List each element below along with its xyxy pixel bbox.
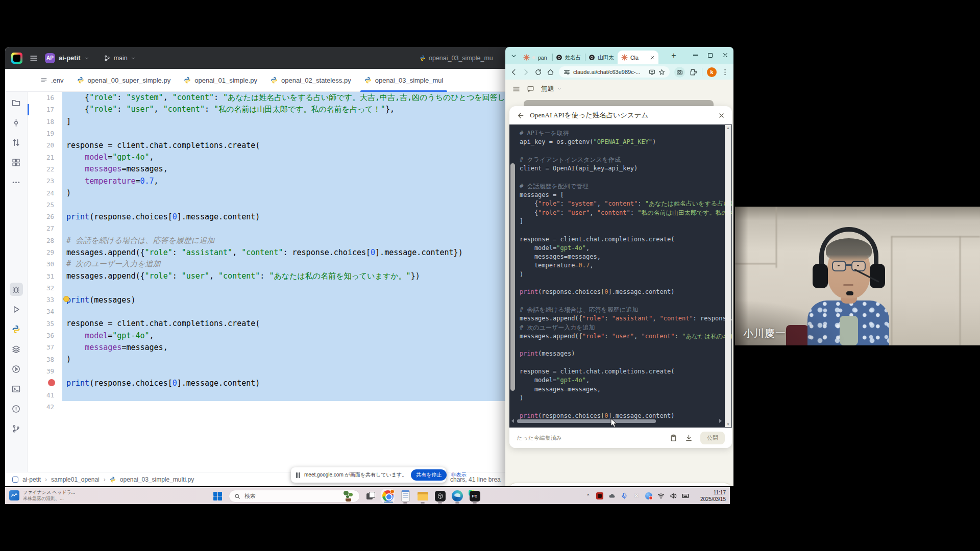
activity-debug-icon[interactable] [10,283,23,296]
artifact-code-block[interactable]: # APIキーを取得api_key = os.getenv("OPENAI_AP… [509,124,732,428]
editor-tab-openai_01_simple.py[interactable]: openai_01_simple.py [177,69,264,91]
browser-tab-山田太[interactable]: 山田太 [585,51,618,64]
conversation-title[interactable]: 無題 [541,84,562,93]
close-tab-icon[interactable] [650,55,655,60]
breadcrumb-item[interactable]: openai_03_simple_multi.py [120,476,194,483]
maximize-button[interactable] [708,53,713,58]
project-selector[interactable]: AP ai-petit [45,53,89,63]
editor-tab-.env[interactable]: .env [34,69,70,91]
python-file-icon [110,477,116,483]
vertical-scrollbar[interactable]: ▲▼ [725,125,731,427]
activity-python-packages-icon[interactable] [10,322,23,336]
address-bar[interactable]: claude.ai/chat/c63e989c-... [559,66,670,78]
copy-icon[interactable] [670,434,677,442]
breadcrumb: ai-petit›sample01_openai›openai_03_simpl… [12,476,194,483]
home-button[interactable] [547,68,554,76]
branch-selector[interactable]: main [104,55,136,62]
publish-button[interactable]: 公開 [700,432,725,444]
git-branch-icon [104,55,111,62]
window-controls [693,48,728,62]
tray-meet-rec-icon[interactable] [596,492,603,500]
tray-sphere-icon[interactable] [645,492,652,500]
breadcrumb-item[interactable]: ai-petit [22,476,41,483]
back-button[interactable] [510,68,518,76]
vertical-scrollbar-thumb[interactable] [510,163,515,391]
tray-wifi-icon[interactable] [657,492,665,500]
activity-problems-icon[interactable] [10,402,23,415]
activity-more-icon[interactable] [10,176,23,189]
browser-tab-pan[interactable]: pan [520,51,552,64]
breakpoint-dot[interactable] [48,379,55,386]
taskbar-pycharm-icon[interactable]: PC [468,489,482,503]
scroll-right-arrow[interactable] [719,419,722,423]
download-icon[interactable] [685,434,693,442]
activity-services-icon[interactable] [10,342,23,356]
taskbar-explorer-icon[interactable] [415,489,430,503]
activity-project-icon[interactable] [10,96,23,109]
main-menu-icon[interactable] [30,54,38,62]
browser-tab-姓名占[interactable]: 姓名占 [552,51,585,64]
new-tab-button[interactable]: + [669,51,679,61]
artifact-panel: OpenAI APIを使った姓名占いシステム # APIキーを取得api_key… [509,106,732,448]
activity-terminal-icon[interactable] [10,382,23,395]
browser-tab-Cla[interactable]: Cla [618,51,658,64]
editor-tab-openai_00_super_simple.py[interactable]: openai_00_super_simple.py [70,69,178,91]
site-settings-icon[interactable] [564,69,570,76]
widgets-button[interactable]: ファイナンス ヘッドラ... 米株急落の混乱、... [9,489,75,502]
profile-avatar[interactable]: k [707,67,717,77]
minimize-button[interactable] [693,55,698,55]
tray-onedrive-icon[interactable] [608,492,616,500]
taskbar-task-view-icon[interactable] [363,489,378,503]
stop-sharing-button[interactable]: 共有を停止 [411,469,447,481]
sharing-indicator-icon [296,472,300,478]
breadcrumb-item[interactable]: sample01_openai [51,476,100,483]
chat-icon[interactable] [527,85,534,93]
hide-toast-link[interactable]: 非表示 [451,471,466,479]
forward-button[interactable] [522,68,530,76]
widgets-icon [9,490,19,500]
claude-page: 無題 OpenAI APIを使った姓名占いシステム # APIキーを取得api_… [505,80,733,486]
taskbar-chrome-icon[interactable] [381,489,395,503]
close-artifact-icon[interactable] [718,112,725,119]
taskbar-tool-box-icon[interactable] [433,489,447,503]
tray-overflow-icon[interactable]: ⌃ [586,493,590,499]
scroll-left-arrow[interactable] [511,419,514,423]
taskbar-clock[interactable]: 11:17 2025/03/15 [700,489,726,503]
bookmark-icon[interactable] [658,69,665,76]
notification-badge [390,489,395,494]
camera-access-indicator[interactable] [674,67,685,78]
taskbar-edge-icon[interactable] [450,489,464,503]
editor-tab-openai_03_simple_mul[interactable]: openai_03_simple_mul [358,69,450,91]
activity-run-circle-icon[interactable] [10,362,23,375]
door-frame [891,236,892,345]
activity-pull-requests-icon[interactable] [10,136,23,149]
tray-close-icon[interactable]: ✕ [632,492,640,500]
tray-volume-icon[interactable] [669,492,677,500]
horizontal-scrollbar-thumb[interactable] [517,419,656,423]
activity-commit-icon[interactable] [10,116,23,129]
activity-plugins-icon[interactable] [10,156,23,169]
sidebar-menu-icon[interactable] [512,85,520,93]
search-placeholder: 検索 [244,492,256,500]
install-page-icon[interactable] [649,69,655,76]
edited-status: たった今編集済み [517,434,562,442]
intention-bulb-icon[interactable] [63,296,69,302]
tab-search-button[interactable] [510,52,518,60]
reload-button[interactable] [534,68,542,76]
tray-ime-icon[interactable] [681,492,689,500]
tray-mic-icon[interactable] [620,492,628,500]
artifact-code-line: # 次のユーザー入力を追加 [520,323,732,332]
camera-icon [676,69,683,76]
activity-run-icon[interactable] [10,303,23,316]
close-button[interactable] [722,52,728,58]
back-icon[interactable] [517,112,524,119]
artifact-title: OpenAI APIを使った姓名占いシステム [530,111,713,120]
extensions-icon[interactable] [690,68,697,76]
activity-version-control-icon[interactable] [10,422,23,435]
chrome-menu-icon[interactable] [721,68,729,76]
start-button[interactable] [213,492,222,500]
taskbar-notepad-icon[interactable] [398,489,412,503]
taskbar-search[interactable]: 検索 [229,490,360,503]
message-input[interactable]: Claudeに返信... Claude 3.7 Sonnet スタイルを選択 [508,483,732,486]
editor-tab-openai_02_stateless.py[interactable]: openai_02_stateless.py [264,69,358,91]
